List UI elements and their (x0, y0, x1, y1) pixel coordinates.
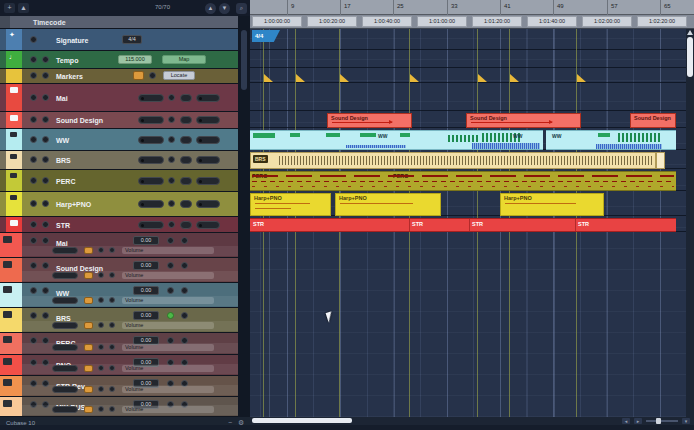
track-row-audio-ww[interactable]: WW 0.00 Volume (0, 283, 238, 308)
mute-automation-button[interactable] (98, 386, 104, 392)
monitor-button[interactable] (168, 200, 175, 207)
marker-cycle-button[interactable] (149, 72, 156, 79)
lock-pill[interactable] (180, 200, 192, 208)
edit-automation-button[interactable] (109, 272, 115, 278)
track-row-audio-brs[interactable]: BRS 0.00 Volume (0, 308, 238, 333)
monitor-button[interactable] (167, 237, 174, 244)
record-enable-pill[interactable] (138, 200, 164, 208)
mute-automation-button[interactable] (98, 272, 104, 278)
mute-button[interactable] (30, 312, 37, 319)
mute-button[interactable] (30, 72, 37, 79)
track-list-scrollbar[interactable] (238, 16, 250, 417)
add-marker-icon[interactable] (133, 71, 144, 80)
tempo-map-button[interactable]: Map (162, 55, 206, 64)
record-button[interactable] (181, 237, 188, 244)
volume-value[interactable]: 0.00 (133, 286, 159, 295)
vertical-scrollbar[interactable] (686, 29, 694, 417)
clip-sound-design[interactable]: Sound Design (466, 113, 581, 128)
automation-parameter[interactable]: Volume (122, 297, 214, 304)
monitor-button-active[interactable] (167, 312, 174, 319)
lock-pill[interactable] (180, 177, 192, 185)
track-row-folder-harp-pno[interactable]: Harp+PNO (0, 192, 238, 217)
edit-automation-button[interactable] (109, 297, 115, 303)
automation-parameter[interactable]: Volume (122, 322, 214, 329)
volume-value[interactable]: 0.00 (133, 311, 159, 320)
mute-button[interactable] (30, 237, 37, 244)
zoom-slider[interactable] (646, 420, 678, 422)
monitor-button[interactable] (168, 221, 175, 228)
clip-harp-pno[interactable]: Harp+PNO (335, 193, 441, 216)
edit-automation-button[interactable] (109, 322, 115, 328)
read-write-pill[interactable] (52, 297, 78, 304)
automation-parameter[interactable]: Volume (122, 365, 214, 372)
clip-sound-design[interactable]: Sound Design (327, 113, 412, 128)
zoom-in-icon[interactable]: ▸ (634, 418, 642, 424)
solo-button[interactable] (42, 116, 49, 123)
monitor-button[interactable] (168, 136, 175, 143)
read-write-pill[interactable] (52, 322, 78, 329)
read-write-pill[interactable] (52, 344, 78, 351)
down-arrow-icon[interactable]: ▼ (219, 3, 230, 14)
automation-icon[interactable] (84, 322, 93, 329)
scroll-up-icon[interactable] (687, 30, 693, 35)
up-arrow-icon[interactable]: ▲ (205, 3, 216, 14)
automation-parameter[interactable]: Volume (122, 386, 214, 393)
solo-button[interactable] (42, 200, 49, 207)
clip-str[interactable]: STR STR STR STR (250, 218, 676, 232)
track-row-signature[interactable]: ✦ Signature 4/4 (0, 29, 238, 51)
record-button[interactable] (181, 262, 188, 269)
mute-automation-button[interactable] (98, 247, 104, 253)
add-track-icon[interactable]: + (4, 3, 15, 13)
horizontal-scrollbar[interactable]: ◂ ▸ ▾ (250, 417, 694, 425)
mute-button[interactable] (30, 36, 37, 43)
track-list-scroll-thumb[interactable] (241, 30, 247, 90)
record-enable-pill[interactable] (138, 177, 164, 185)
clip-ww[interactable]: WW (546, 130, 676, 150)
mute-button[interactable] (30, 56, 37, 63)
track-row-audio-pno[interactable]: PNO 0.00 Volume (0, 355, 238, 376)
lock-pill[interactable] (180, 136, 192, 144)
automation-icon[interactable] (84, 365, 93, 372)
monitor-button[interactable] (168, 116, 175, 123)
clip-brs[interactable]: BRS (250, 152, 656, 169)
automation-icon[interactable] (84, 272, 93, 279)
mute-button[interactable] (30, 116, 37, 123)
automation-icon[interactable] (84, 247, 93, 254)
tempo-value[interactable]: 115.000 (118, 55, 152, 64)
ruler-timecode[interactable]: 1:00:00:00 1:00:20:00 1:00:40:00 1:01:00… (250, 15, 694, 29)
zoom-preset-icon[interactable]: ▾ (682, 418, 690, 424)
activate-button[interactable] (42, 56, 49, 63)
track-row-audio-perc[interactable]: PERC 0.00 Volume (0, 333, 238, 355)
monitor-button[interactable] (167, 262, 174, 269)
mute-button[interactable] (30, 156, 37, 163)
solo-button[interactable] (42, 312, 49, 319)
automation-icon[interactable] (84, 344, 93, 351)
track-row-audio-mix-bus[interactable]: MIX BUS 0.00 Volume (0, 397, 238, 417)
monitor-button[interactable] (167, 287, 174, 294)
monitor-button[interactable] (168, 156, 175, 163)
record-button[interactable] (181, 312, 188, 319)
clip-sound-design[interactable]: Sound Design (630, 113, 676, 128)
edit-automation-button[interactable] (109, 386, 115, 392)
locate-button[interactable]: Locate (163, 71, 195, 80)
group-edit-pill[interactable] (196, 116, 220, 124)
search-icon[interactable]: ⌕ (236, 3, 247, 14)
solo-button[interactable] (42, 237, 49, 244)
track-row-folder-brs[interactable]: BRS (0, 151, 238, 170)
group-edit-pill[interactable] (196, 94, 220, 102)
mute-automation-button[interactable] (98, 322, 104, 328)
solo-button[interactable] (42, 221, 49, 228)
automation-parameter[interactable]: Volume (122, 344, 214, 351)
mute-button[interactable] (30, 177, 37, 184)
mute-automation-button[interactable] (98, 344, 104, 350)
lock-pill[interactable] (180, 94, 192, 102)
solo-button[interactable] (42, 177, 49, 184)
lock-pill[interactable] (180, 221, 192, 229)
solo-button[interactable] (42, 287, 49, 294)
automation-parameter[interactable]: Volume (122, 247, 214, 254)
clip-perc[interactable]: PERC PERC (250, 171, 676, 191)
mute-automation-button[interactable] (98, 365, 104, 371)
read-write-pill[interactable] (52, 406, 78, 413)
track-row-folder-ww[interactable]: WW (0, 129, 238, 151)
monitor-button[interactable] (168, 94, 175, 101)
